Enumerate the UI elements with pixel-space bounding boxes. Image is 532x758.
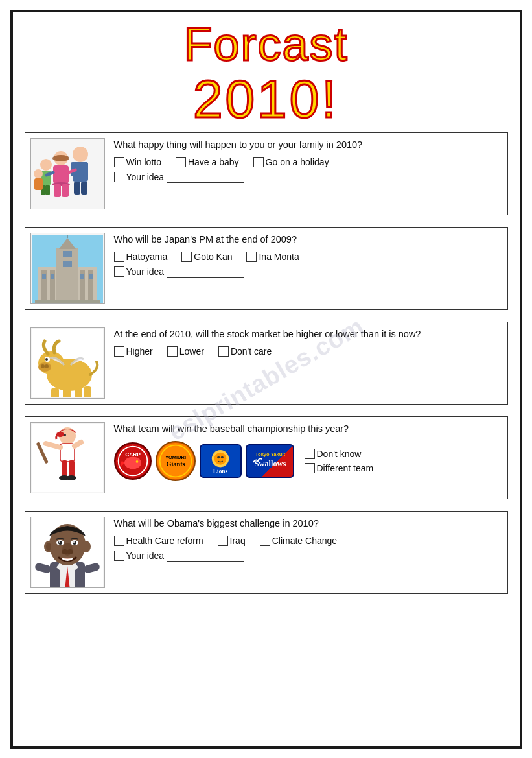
options-row-stocks: Higher Lower Don't care [114, 346, 502, 357]
option-win-lotto: Win lotto [114, 157, 161, 167]
question-baseball: What team will win the baseball champion… [114, 422, 502, 435]
svg-rect-8 [53, 165, 69, 184]
option-politics-youridea: Your idea [114, 266, 245, 278]
checkbox-climate[interactable] [260, 536, 270, 546]
logo-lions: Lions [200, 444, 242, 478]
image-bull [30, 327, 105, 399]
svg-point-92 [73, 541, 75, 543]
image-baseball-player [30, 422, 105, 493]
title-year: 2010! [25, 70, 508, 128]
checkbox-hatoyama[interactable] [114, 252, 124, 262]
svg-point-12 [40, 159, 52, 171]
svg-rect-15 [45, 185, 50, 195]
section-baseball-content: What team will win the baseball champion… [114, 422, 502, 480]
svg-rect-55 [62, 460, 67, 477]
svg-point-73 [220, 456, 223, 458]
option-climate: Climate Change [260, 536, 337, 546]
checkbox-higher[interactable] [114, 346, 124, 357]
question-obama: What will be Obama's biggest challenge i… [114, 517, 502, 530]
option-hatoyama: Hatoyama [114, 252, 168, 262]
svg-rect-46 [75, 388, 82, 397]
checkbox-have-baby[interactable] [176, 157, 186, 167]
svg-rect-30 [42, 274, 46, 279]
svg-rect-47 [84, 386, 91, 397]
logo-giants: YOMIURI Giants [156, 441, 196, 481]
svg-rect-5 [81, 182, 87, 195]
checkbox-win-lotto[interactable] [114, 157, 124, 167]
svg-text:Giants: Giants [166, 460, 185, 468]
svg-point-91 [59, 541, 60, 543]
svg-rect-11 [62, 184, 69, 197]
svg-rect-45 [63, 388, 71, 397]
svg-text:Swallows: Swallows [254, 458, 286, 468]
checkbox-obama-youridea[interactable] [114, 551, 124, 561]
svg-line-53 [75, 442, 81, 446]
checkbox-holiday[interactable] [253, 157, 264, 167]
svg-point-95 [67, 549, 73, 554]
checkbox-politics-youridea[interactable] [114, 266, 124, 277]
svg-point-85 [82, 541, 91, 552]
option-holiday: Go on a holiday [253, 157, 329, 167]
checkbox-different-team[interactable] [305, 463, 315, 473]
svg-point-64 [135, 460, 138, 463]
svg-rect-56 [69, 460, 75, 477]
section-obama: What will be Obama's biggest challenge i… [25, 511, 508, 594]
svg-point-16 [34, 169, 43, 178]
family-idea-field[interactable] [167, 171, 244, 183]
option-obama-youridea: Your idea [114, 550, 245, 562]
options-row-family-extra: Your idea [114, 171, 502, 183]
option-lower: Lower [167, 346, 204, 357]
section-stocks-content: At the end of 2010, will the stock marke… [114, 327, 502, 360]
logo-carp: CARP [114, 442, 152, 480]
checkbox-dont-know-baseball[interactable] [305, 449, 315, 459]
page: eslprintables.com Forcast 2010! [10, 10, 522, 749]
option-goto-kan: Goto Kan [181, 252, 232, 262]
svg-rect-24 [63, 251, 72, 257]
checkbox-iraq[interactable] [218, 536, 228, 546]
svg-text:YOMIURI: YOMIURI [165, 455, 186, 460]
question-stocks: At the end of 2010, will the stock marke… [114, 327, 502, 340]
svg-rect-10 [54, 184, 61, 197]
option-ina-monta: Ina Monta [246, 252, 299, 262]
svg-rect-34 [35, 300, 100, 303]
svg-rect-44 [51, 388, 59, 397]
title-forcast: Forcast [25, 19, 508, 70]
checkbox-family-youridea[interactable] [114, 172, 124, 182]
section-stocks: At the end of 2010, will the stock marke… [25, 322, 508, 405]
svg-point-89 [58, 541, 62, 545]
checkbox-healthcare[interactable] [114, 536, 124, 546]
checkbox-dont-care[interactable] [218, 346, 229, 357]
image-parliament [30, 233, 105, 304]
svg-rect-3 [83, 162, 88, 176]
svg-point-86 [46, 543, 51, 551]
svg-point-62 [124, 456, 141, 469]
svg-point-71 [214, 453, 226, 465]
svg-rect-33 [89, 274, 93, 279]
baseball-right-options: Don't know Different team [305, 449, 383, 473]
option-different-team: Different team [305, 463, 374, 473]
svg-rect-32 [80, 274, 84, 279]
section-politics-content: Who will be Japan's PM at the end of 200… [114, 233, 502, 281]
option-family-youridea: Your idea [114, 171, 245, 183]
svg-rect-25 [63, 261, 72, 267]
checkbox-lower[interactable] [167, 346, 178, 357]
section-baseball: What team will win the baseball champion… [25, 416, 508, 499]
checkbox-ina-monta[interactable] [246, 252, 257, 262]
section-obama-content: What will be Obama's biggest challenge i… [114, 517, 502, 565]
obama-idea-field[interactable] [167, 550, 244, 562]
svg-rect-31 [51, 274, 54, 279]
title-block: Forcast 2010! [25, 19, 508, 128]
svg-point-39 [38, 362, 51, 372]
question-politics: Who will be Japan's PM at the end of 200… [114, 233, 502, 246]
question-family: What happy thing will happen to you or y… [114, 138, 502, 151]
option-dont-know-baseball: Don't know [305, 449, 374, 459]
politics-idea-field[interactable] [167, 266, 244, 278]
options-row-family: Win lotto Have a baby Go on a holiday [114, 157, 502, 167]
svg-rect-17 [34, 178, 43, 190]
svg-point-0 [73, 147, 88, 162]
image-obama [30, 517, 105, 588]
svg-point-72 [217, 456, 220, 458]
logo-swallows: Tokyo Yakult Swallows [246, 444, 294, 478]
svg-point-40 [41, 364, 45, 368]
checkbox-goto-kan[interactable] [181, 252, 192, 262]
